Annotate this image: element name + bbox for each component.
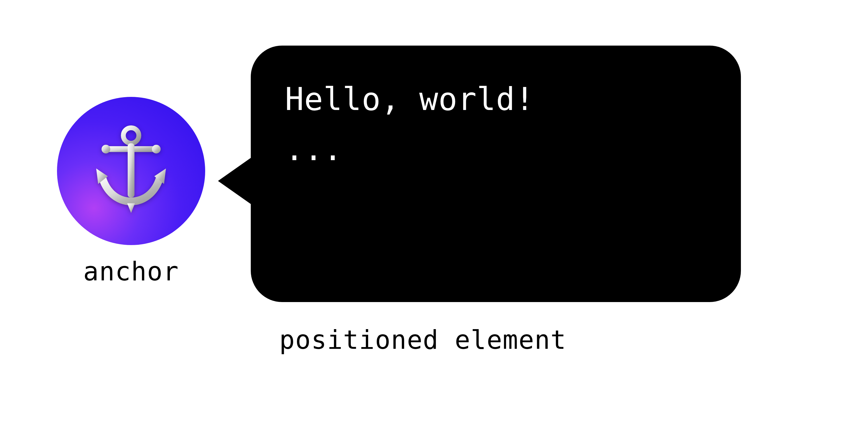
anchor-label: anchor [83, 256, 179, 286]
diagram-root: anchor Hello, world! ... positioned elem… [57, 45, 741, 355]
anchor-icon [83, 122, 180, 220]
speech-bubble: Hello, world! ... [251, 45, 741, 302]
svg-point-0 [123, 128, 139, 143]
svg-point-3 [152, 145, 161, 154]
svg-point-2 [101, 145, 110, 154]
bubble-text-line-2: ... [285, 124, 707, 175]
anchor-group: anchor [57, 97, 205, 286]
positioned-element-label: positioned element [279, 325, 566, 355]
svg-rect-4 [128, 143, 134, 197]
anchor-circle [57, 97, 205, 245]
positioned-element-group: Hello, world! ... positioned element [251, 45, 741, 355]
bubble-text-line-1: Hello, world! [285, 74, 707, 124]
